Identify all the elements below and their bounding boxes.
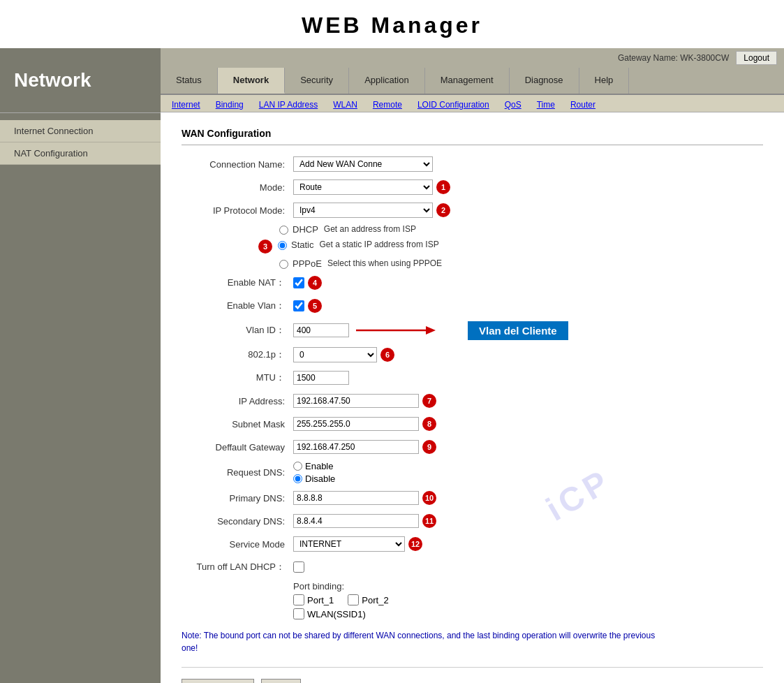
badge-6: 6 <box>380 348 394 362</box>
subtab-internet[interactable]: Internet <box>165 98 207 112</box>
service-mode-select[interactable]: INTERNETVOIPIPTV TR069OTHER <box>293 536 405 552</box>
logout-button[interactable]: Logout <box>736 51 777 65</box>
content: WAN Configuration Connection Name: Add N… <box>161 112 784 683</box>
enable-vlan-label: Enable Vlan： <box>182 300 293 312</box>
tab-help[interactable]: Help <box>579 68 630 94</box>
top-area: Gateway Name: WK-3800CW Logout Status Ne… <box>161 48 784 683</box>
sidebar: Network Internet Connection NAT Configur… <box>0 48 161 683</box>
ip-address-input[interactable]: 192.168.47.50 <box>293 394 419 408</box>
vlan-id-row: Vlan ID： 400 Vlan del Cliente <box>182 320 763 341</box>
badge-5: 5 <box>308 299 322 313</box>
wlan-checkbox[interactable] <box>293 608 304 619</box>
secondary-dns-input[interactable]: 8.8.4.4 <box>293 514 419 528</box>
static-radio-row: 3 Static Get a static IP address from IS… <box>279 240 763 254</box>
sub-tabs: Internet Binding LAN IP Address WLAN Rem… <box>161 95 784 112</box>
subtab-loid[interactable]: LOID Configuration <box>411 98 496 112</box>
badge-2: 2 <box>436 203 450 217</box>
turn-off-lan-checkbox[interactable] <box>293 561 304 573</box>
enable-nat-checkbox[interactable] <box>293 277 304 288</box>
tab-security[interactable]: Security <box>285 68 349 94</box>
mtu-row: MTU： 1500 <box>182 369 763 387</box>
vlan-id-input[interactable]: 400 <box>293 323 349 337</box>
section-divider <box>182 145 763 145</box>
dhcp-radio-row: DHCP Get an address from ISP <box>279 224 763 235</box>
primary-dns-input[interactable]: 8.8.8.8 <box>293 491 419 505</box>
mtu-input[interactable]: 1500 <box>293 371 349 385</box>
gateway-name: Gateway Name: WK-3800CW <box>618 53 729 63</box>
turn-off-lan-label: Turn off LAN DHCP： <box>182 561 293 573</box>
subtab-time[interactable]: Time <box>530 98 562 112</box>
mode-select[interactable]: Route Bridge <box>293 179 433 195</box>
tab-diagnose[interactable]: Diagnose <box>510 68 579 94</box>
dhcp-label: DHCP <box>293 224 318 235</box>
ip-address-row: IP Address: 192.168.47.50 7 <box>182 392 763 410</box>
static-label: Static <box>291 240 314 250</box>
tab-network[interactable]: Network <box>218 68 285 94</box>
badge-7: 7 <box>422 394 436 408</box>
connection-name-select[interactable]: Add New WAN Conne <box>293 156 433 172</box>
subtab-lan-ip-address[interactable]: LAN IP Address <box>252 98 325 112</box>
static-hint: Get a static IP address from ISP <box>320 240 439 249</box>
badge-4: 4 <box>308 276 322 290</box>
subtab-router[interactable]: Router <box>563 98 602 112</box>
dot1p-select[interactable]: 0123 4567 <box>293 347 377 362</box>
subtab-wlan[interactable]: WLAN <box>326 98 364 112</box>
port-2-label[interactable]: Port_2 <box>348 594 388 605</box>
ip-protocol-select[interactable]: Ipv4 Ipv6 Ipv4/Ipv6 <box>293 203 433 218</box>
tab-application[interactable]: Application <box>349 68 425 94</box>
subtab-qos[interactable]: QoS <box>498 98 528 112</box>
enable-nat-label: Enable NAT： <box>182 277 293 289</box>
mtu-label: MTU： <box>182 372 293 384</box>
ip-protocol-row: IP Protocol Mode: Ipv4 Ipv6 Ipv4/Ipv6 2 <box>182 201 763 219</box>
port-binding-row: Port_1 Port_2 <box>293 594 763 605</box>
tab-management[interactable]: Management <box>425 68 510 94</box>
page-title: WEB Manager <box>0 0 784 48</box>
secondary-dns-row: Secondary DNS: 8.8.4.4 11 <box>182 512 763 530</box>
default-gateway-input[interactable]: 192.168.47.250 <box>293 440 419 454</box>
subtab-remote[interactable]: Remote <box>366 98 409 112</box>
dns-disable-label: Disable <box>305 473 335 484</box>
subnet-mask-label: Subnet Mask <box>182 419 293 429</box>
badge-9: 9 <box>422 440 436 454</box>
sidebar-item-internet-connection[interactable]: Internet Connection <box>0 120 161 142</box>
dns-disable-radio[interactable] <box>293 474 302 483</box>
connection-name-label: Connection Name: <box>182 159 293 170</box>
save-apply-button[interactable]: Save/Apply <box>182 679 254 683</box>
svg-marker-1 <box>426 326 436 335</box>
btn-row: Save/Apply Del <box>182 667 763 683</box>
request-dns-row: Request DNS: Enable Disable <box>182 461 763 484</box>
del-button[interactable]: Del <box>261 679 302 683</box>
enable-nat-row: Enable NAT： 4 <box>182 274 763 292</box>
badge-12: 12 <box>408 537 422 551</box>
pppoe-radio[interactable] <box>279 260 288 269</box>
ip-address-label: IP Address: <box>182 396 293 406</box>
port-1-label[interactable]: Port_1 <box>293 594 334 605</box>
tab-status[interactable]: Status <box>161 68 218 94</box>
enable-vlan-checkbox[interactable] <box>293 300 304 311</box>
subnet-mask-input[interactable]: 255.255.255.0 <box>293 417 419 431</box>
arrow-icon <box>356 320 440 341</box>
sidebar-item-nat-configuration[interactable]: NAT Configuration <box>0 142 161 165</box>
mode-label: Mode: <box>182 182 293 193</box>
default-gateway-row: Deffault Gateway 192.168.47.250 9 <box>182 438 763 456</box>
static-radio[interactable] <box>278 241 287 250</box>
turn-off-lan-row: Turn off LAN DHCP： <box>182 558 763 576</box>
port-1-checkbox[interactable] <box>293 594 304 605</box>
dns-enable-radio[interactable] <box>293 462 302 471</box>
port-2-checkbox[interactable] <box>348 594 359 605</box>
default-gateway-label: Deffault Gateway <box>182 442 293 453</box>
pppoe-hint: Select this when using PPPOE <box>327 258 442 268</box>
wlan-row: WLAN(SSID1) <box>293 608 763 619</box>
request-dns-label: Request DNS: <box>182 467 293 478</box>
sidebar-menu: Internet Connection NAT Configuration <box>0 113 161 165</box>
dns-enable-label: Enable <box>305 461 333 471</box>
badge-3: 3 <box>258 240 272 254</box>
subtab-binding[interactable]: Binding <box>209 98 251 112</box>
sidebar-title: Network <box>0 48 161 113</box>
vlan-id-label: Vlan ID： <box>182 324 293 337</box>
primary-dns-label: Primary DNS: <box>182 493 293 504</box>
secondary-dns-label: Secondary DNS: <box>182 516 293 527</box>
dhcp-radio[interactable] <box>279 226 288 235</box>
service-mode-row: Service Mode INTERNETVOIPIPTV TR069OTHER… <box>182 535 763 553</box>
wlan-label[interactable]: WLAN(SSID1) <box>293 608 366 619</box>
